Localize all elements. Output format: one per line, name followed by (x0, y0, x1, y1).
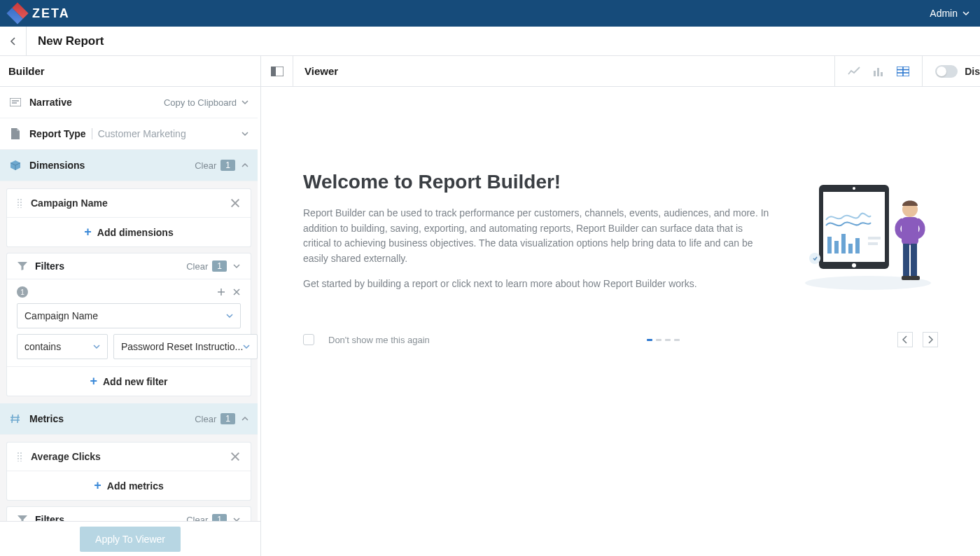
sidebar-header: Builder (0, 56, 260, 87)
dimensions-section[interactable]: Dimensions Clear 1 (0, 150, 258, 181)
drag-handle-icon[interactable] (17, 452, 22, 461)
funnel-icon (17, 514, 28, 521)
filter-operator-select[interactable]: contains (17, 334, 108, 359)
bar-chart-icon[interactable] (873, 67, 884, 76)
met-filters-label: Filters (35, 514, 186, 521)
pager-dot[interactable] (674, 339, 680, 341)
brand-name: ZETA (32, 6, 70, 21)
pager-prev-button[interactable] (897, 332, 913, 347)
met-filters-clear[interactable]: Clear (186, 515, 208, 522)
chevron-left-icon (902, 335, 908, 344)
pager-dot[interactable] (647, 339, 652, 341)
metric-name: Average Clicks (31, 451, 230, 462)
svg-rect-6 (877, 68, 879, 76)
met-filters-count: 1 (212, 514, 227, 521)
filter-value-select[interactable]: Password Reset Instructio... (113, 334, 258, 359)
dimensions-count: 1 (220, 160, 235, 171)
svg-point-24 (809, 253, 820, 264)
collapse-panel-button[interactable] (261, 56, 293, 86)
chevron-down-icon (93, 343, 100, 350)
metrics-section[interactable]: Metrics Clear 1 (0, 403, 258, 435)
svg-rect-7 (881, 72, 883, 76)
dimensions-clear[interactable]: Clear (195, 160, 216, 171)
pager-next-button[interactable] (923, 332, 938, 347)
svg-point-15 (853, 187, 855, 190)
plus-icon: + (90, 374, 97, 389)
chevron-down-icon[interactable] (241, 98, 249, 106)
svg-rect-17 (827, 237, 832, 253)
svg-rect-22 (868, 237, 881, 239)
builder-sidebar: Builder Narrative Copy to Clipboard (0, 56, 261, 556)
add-dimensions-label: Add dimensions (97, 227, 174, 238)
add-dimensions-button[interactable]: + Add dimensions (7, 217, 251, 246)
back-button[interactable] (0, 27, 27, 55)
plus-icon: + (94, 478, 102, 493)
filter-operator-value: contains (24, 341, 93, 352)
sidebar-title: Builder (8, 65, 45, 77)
svg-rect-18 (834, 241, 839, 253)
report-type-section[interactable]: Report Type Customer Marketing (0, 118, 258, 150)
svg-rect-29 (902, 276, 911, 280)
line-chart-icon[interactable] (848, 67, 860, 76)
filter-index-badge: 1 (17, 286, 28, 298)
dim-filters-label: Filters (35, 260, 186, 272)
page-title: New Report (38, 34, 104, 48)
chevron-down-icon[interactable] (232, 262, 241, 270)
pager-dot[interactable] (656, 339, 662, 341)
add-filter-button[interactable]: + Add new filter (7, 366, 251, 396)
plus-icon[interactable] (217, 288, 225, 296)
close-icon[interactable] (232, 288, 241, 296)
display-toggle-zone: Dis (922, 56, 980, 86)
user-menu[interactable]: Admin (930, 8, 970, 19)
close-icon[interactable] (230, 451, 241, 462)
chevron-left-icon (10, 36, 17, 46)
dim-filters-header[interactable]: Filters Clear 1 (7, 253, 251, 279)
drag-handle-icon[interactable] (17, 198, 22, 208)
metrics-clear[interactable]: Clear (195, 414, 216, 424)
welcome-card: Welcome to Report Builder! Report Builde… (303, 171, 938, 301)
sidebar-scroll[interactable]: Narrative Copy to Clipboard Report Type … (0, 87, 260, 521)
chevron-down-icon[interactable] (232, 515, 241, 521)
metric-item[interactable]: Average Clicks (7, 443, 251, 471)
svg-rect-23 (868, 242, 878, 245)
chevron-down-icon (962, 9, 970, 18)
display-toggle[interactable] (935, 65, 958, 78)
chevron-up-icon[interactable] (241, 415, 249, 423)
welcome-paragraph-2: Get started by building a report or clic… (303, 277, 770, 292)
filter-rule-row: 1 (17, 286, 241, 298)
top-bar: ZETA Admin (0, 0, 980, 27)
panel-icon (271, 67, 284, 76)
close-icon[interactable] (230, 197, 241, 209)
svg-rect-19 (841, 234, 846, 253)
chevron-down-icon[interactable] (241, 130, 249, 138)
cube-icon (8, 158, 22, 172)
svg-rect-5 (874, 71, 876, 76)
document-icon (8, 127, 22, 141)
svg-rect-14 (823, 192, 885, 262)
apply-to-viewer-button[interactable]: Apply To Viewer (80, 527, 181, 552)
pager-dot[interactable] (665, 339, 671, 341)
dim-filters-count: 1 (212, 260, 227, 272)
dimension-name: Campaign Name (31, 197, 230, 209)
met-filters-header[interactable]: Filters Clear 1 (7, 507, 251, 521)
add-metrics-button[interactable]: + Add metrics (7, 471, 251, 500)
met-filters-card: Filters Clear 1 (7, 507, 251, 521)
toggle-label: Dis (965, 66, 980, 77)
svg-rect-27 (903, 244, 909, 276)
copy-clipboard-link[interactable]: Copy to Clipboard (164, 97, 237, 108)
metrics-body: Average Clicks + Add metrics Filters Cle… (0, 435, 258, 521)
dim-filters-clear[interactable]: Clear (186, 261, 208, 272)
narrative-section[interactable]: Narrative Copy to Clipboard (0, 87, 258, 118)
metrics-card: Average Clicks + Add metrics (7, 443, 251, 500)
user-name: Admin (930, 8, 958, 19)
brand-logo-icon (6, 2, 28, 24)
chevron-down-icon (243, 343, 250, 350)
filter-field-select[interactable]: Campaign Name (17, 303, 241, 328)
report-type-label: Report Type (29, 128, 86, 139)
chevron-up-icon[interactable] (241, 161, 249, 169)
dimension-item[interactable]: Campaign Name (7, 189, 251, 217)
table-icon[interactable] (897, 67, 909, 76)
brand[interactable]: ZETA (10, 6, 70, 21)
welcome-paragraph-1: Report Builder can be used to track perf… (303, 206, 770, 267)
dont-show-checkbox[interactable] (303, 334, 314, 345)
